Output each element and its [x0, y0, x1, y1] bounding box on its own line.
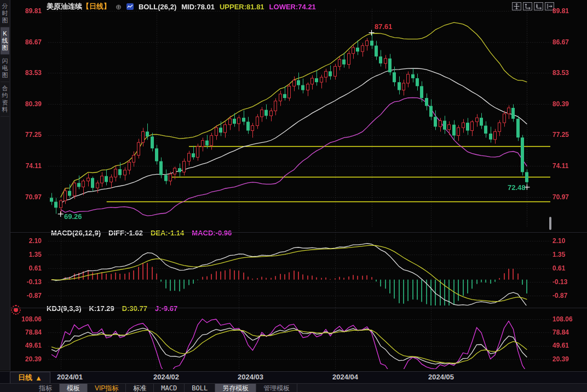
pane-divider [10, 308, 587, 308]
tab-macd[interactable]: MACD [154, 384, 185, 392]
sidebar-item-contract-info[interactable]: 合约资料 [1, 82, 9, 117]
month-label: 2024/04 [332, 373, 358, 381]
low-price-annotation: 69.26 [64, 212, 82, 221]
kdj-j-value: J:-9.67 [155, 304, 177, 313]
macd-dea-value: DEA:-1.14 [151, 229, 184, 237]
macd-tick: -0.87 [13, 292, 42, 299]
macd-tick: 1.35 [553, 251, 581, 258]
tab-standard[interactable]: 标准 [126, 384, 154, 392]
kdj-params: KDJ(9,3,3) [47, 304, 82, 313]
macd-tick: 2.10 [13, 237, 42, 245]
tab-save-template[interactable]: 另存模板 [215, 384, 256, 392]
chart-toolbar [512, 2, 554, 10]
kdj-tick: 78.84 [553, 328, 581, 336]
kdj-tick: 20.39 [553, 355, 581, 363]
kdj-tick: 78.84 [13, 328, 42, 336]
price-tick: 83.53 [13, 69, 42, 77]
kdj-tick: 20.39 [13, 355, 42, 363]
kdj-header: KDJ(9,3,3) K:17.29 D:30.77 J:-9.67 [47, 304, 177, 313]
tab-boll[interactable]: BOLL [185, 384, 215, 392]
chart-canvas[interactable] [0, 0, 587, 392]
boll-upper-value: UPPER:81.81 [220, 3, 264, 11]
scale-x-axis-icon[interactable] [534, 2, 543, 10]
kdj-d-value: D:30.77 [122, 304, 147, 313]
scale-y-axis-icon[interactable] [523, 2, 532, 10]
tab-vip-indicators[interactable]: VIP指标 [88, 384, 126, 392]
price-tick: 83.53 [553, 69, 581, 77]
price-tick: 77.25 [13, 131, 42, 139]
trading-app-window: 分时图 K线图 闪电图 合约资料 美原油连续【日线】 ⊕ BOLL(26,2) … [0, 0, 587, 392]
macd-diff-value: DIFF:-1.62 [108, 229, 143, 237]
price-tick: 77.25 [553, 131, 581, 139]
macd-tick: -0.13 [13, 278, 42, 286]
kdj-tick: 49.61 [13, 342, 42, 349]
month-label: 2024/05 [428, 373, 454, 381]
month-label: 2024/02 [153, 373, 179, 381]
macd-tick: 1.35 [13, 251, 42, 258]
pane-divider [10, 232, 587, 233]
price-tick: 70.97 [553, 193, 581, 201]
add-indicator-icon[interactable]: ⊕ [116, 3, 122, 11]
bottom-tabbar: 指标 模板 VIP指标 标准 MACD BOLL 另存模板 管理模板 [0, 383, 587, 392]
price-tick: 80.39 [13, 100, 42, 108]
boll-params: BOLL(26,2) [139, 3, 176, 11]
macd-tick: 0.61 [13, 264, 42, 272]
kdj-tick: 49.61 [553, 342, 581, 349]
chevron-up-icon: ▲ [35, 374, 42, 382]
month-label: 2024/01 [57, 373, 83, 381]
boll-lower-value: LOWER:74.21 [269, 3, 316, 11]
kdj-tick: 108.06 [13, 315, 42, 323]
kdj-tick: 108.06 [553, 315, 581, 323]
macd-tick: -0.13 [553, 278, 581, 286]
sidebar-item-time-chart[interactable]: 分时图 [1, 0, 9, 27]
scrollbar-thumb[interactable] [549, 217, 551, 230]
price-tick: 86.67 [553, 38, 581, 46]
macd-params: MACD(26,12,9) [51, 229, 101, 237]
price-tick: 70.97 [13, 193, 42, 201]
boll-indicator-icon[interactable] [126, 3, 134, 10]
macd-macd-value: MACD:-0.96 [192, 229, 232, 237]
tab-manage-templates[interactable]: 管理模板 [256, 384, 297, 392]
macd-tick: -0.87 [553, 292, 581, 299]
chart-header: 美原油连续【日线】 ⊕ BOLL(26,2) MID:78.01 UPPER:8… [47, 2, 316, 11]
xaxis-band [0, 371, 587, 384]
period-label: 日线 [18, 373, 32, 383]
price-tick: 74.11 [13, 162, 42, 170]
macd-tick: 0.61 [553, 264, 581, 272]
price-tick: 80.39 [553, 100, 581, 108]
pan-chart-icon[interactable] [512, 2, 521, 10]
tab-indicators[interactable]: 指标 [32, 384, 60, 392]
indicator-settings-icon[interactable] [11, 305, 21, 315]
price-tick: 74.11 [553, 162, 581, 170]
period-selector[interactable]: 日线 ▲ [10, 372, 50, 384]
macd-header: MACD(26,12,9) DIFF:-1.62 DEA:-1.14 MACD:… [51, 229, 232, 237]
kdj-k-value: K:17.29 [89, 304, 114, 313]
macd-tick: 2.10 [553, 237, 581, 245]
last-price-annotation: 72.48 [508, 183, 526, 192]
instrument-title: 美原油连续【日线】 [47, 2, 111, 11]
boll-mid-value: MID:78.01 [181, 3, 215, 11]
high-price-annotation: 87.61 [375, 22, 393, 31]
sidebar-item-flash-chart[interactable]: 闪电图 [1, 55, 9, 82]
sidebar: 分时图 K线图 闪电图 合约资料 [0, 0, 10, 371]
price-tick: 89.81 [553, 7, 581, 15]
price-tick: 86.67 [13, 38, 42, 46]
price-tick: 89.81 [13, 7, 42, 15]
tab-templates[interactable]: 模板 [60, 384, 88, 392]
sidebar-item-kline-chart[interactable]: K线图 [1, 27, 9, 55]
month-label: 2024/03 [238, 373, 263, 381]
